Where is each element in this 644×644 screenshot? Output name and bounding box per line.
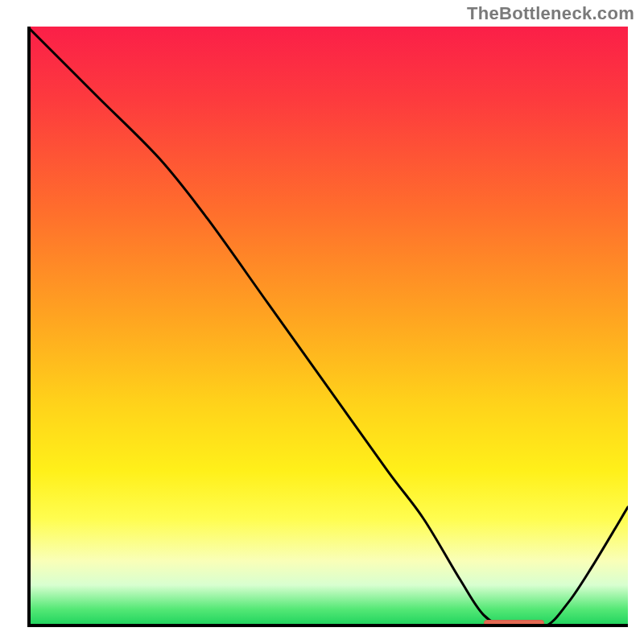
chart-container: TheBottleneck.com	[0, 0, 644, 644]
heatmap-gradient	[27, 27, 628, 627]
plot-area	[27, 27, 628, 627]
attribution-text: TheBottleneck.com	[467, 3, 634, 24]
optimal-range-marker	[484, 620, 544, 626]
